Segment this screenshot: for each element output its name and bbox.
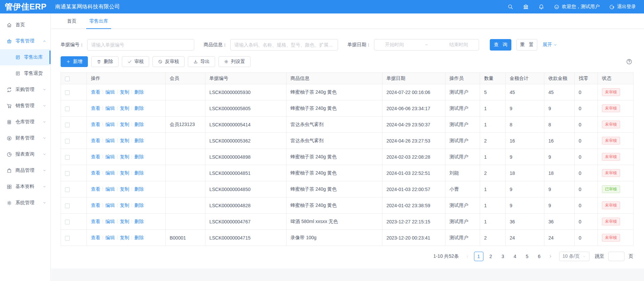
row-checkbox[interactable] <box>65 171 70 176</box>
search-button[interactable]: 查 询 <box>490 39 511 51</box>
tab-retail-outbound[interactable]: 零售出库 <box>83 13 114 29</box>
next-page-button[interactable] <box>546 252 554 261</box>
action-copy-link[interactable]: 复制 <box>120 138 129 143</box>
action-copy-link[interactable]: 复制 <box>120 105 129 111</box>
bill-no-input[interactable] <box>87 39 194 51</box>
page-number-4[interactable]: 4 <box>510 252 520 261</box>
row-checkbox[interactable] <box>65 220 70 224</box>
add-button[interactable]: 新增 <box>61 56 88 67</box>
reset-button[interactable]: 重 置 <box>516 39 537 51</box>
action-view-link[interactable]: 查看 <box>91 154 100 159</box>
action-copy-link[interactable]: 复制 <box>120 186 129 192</box>
action-copy-link[interactable]: 复制 <box>120 122 129 127</box>
sidebar-item-finance[interactable]: 财务管理 <box>0 130 50 146</box>
row-checkbox[interactable] <box>65 106 70 111</box>
expand-link[interactable]: 展开 <box>543 42 557 48</box>
cell-checkbox <box>61 230 87 246</box>
page-number-6[interactable]: 6 <box>535 252 544 261</box>
bell-icon[interactable] <box>538 4 544 10</box>
sidebar-item-basic[interactable]: 基本资料 <box>0 179 50 195</box>
action-delete-link[interactable]: 删除 <box>134 105 144 111</box>
action-edit-link[interactable]: 编辑 <box>105 219 115 224</box>
action-edit-link[interactable]: 编辑 <box>105 186 115 192</box>
page-size-select[interactable]: 10 条/页 <box>559 252 589 261</box>
row-checkbox[interactable] <box>65 139 70 144</box>
delete-button[interactable]: 删除 <box>91 56 118 67</box>
action-edit-link[interactable]: 编辑 <box>105 154 115 159</box>
sidebar-item-retail[interactable]: 零售管理 <box>0 33 50 49</box>
search-icon[interactable] <box>507 4 513 10</box>
sidebar-item-purchase[interactable]: 采购管理 <box>0 82 50 98</box>
action-edit-link[interactable]: 编辑 <box>105 138 115 143</box>
action-view-link[interactable]: 查看 <box>91 202 100 208</box>
cell-change: 0 <box>575 149 598 165</box>
action-edit-link[interactable]: 编辑 <box>105 235 115 240</box>
logout-button[interactable]: 退出登录 <box>609 4 636 10</box>
action-edit-link[interactable]: 编辑 <box>105 170 115 176</box>
row-checkbox[interactable] <box>65 204 70 208</box>
select-all-checkbox[interactable] <box>65 76 70 81</box>
action-delete-link[interactable]: 删除 <box>134 138 144 143</box>
sidebar-item-sales[interactable]: 销售管理 <box>0 98 50 114</box>
action-edit-link[interactable]: 编辑 <box>105 122 115 127</box>
help-icon[interactable] <box>626 58 633 65</box>
page-number-2[interactable]: 2 <box>486 252 496 261</box>
row-checkbox[interactable] <box>65 123 70 127</box>
row-checkbox[interactable] <box>65 187 70 192</box>
unaudit-button[interactable]: 反审核 <box>152 56 184 67</box>
action-copy-link[interactable]: 复制 <box>120 235 129 240</box>
cell-qty: 1 <box>480 181 506 197</box>
action-view-link[interactable]: 查看 <box>91 122 100 127</box>
action-delete-link[interactable]: 删除 <box>134 202 144 208</box>
action-view-link[interactable]: 查看 <box>91 186 100 192</box>
welcome-user[interactable]: 欢迎您，测试用户 <box>554 4 600 10</box>
export-button[interactable]: 导出 <box>188 56 215 67</box>
action-copy-link[interactable]: 复制 <box>120 154 129 159</box>
action-view-link[interactable]: 查看 <box>91 105 100 111</box>
sidebar-item-report[interactable]: 报表查询 <box>0 146 50 162</box>
action-copy-link[interactable]: 复制 <box>120 202 129 208</box>
action-copy-link[interactable]: 复制 <box>120 89 129 95</box>
action-view-link[interactable]: 查看 <box>91 219 100 224</box>
action-delete-link[interactable]: 删除 <box>134 235 144 240</box>
row-checkbox[interactable] <box>65 155 70 160</box>
action-edit-link[interactable]: 编辑 <box>105 105 115 111</box>
sidebar-item-warehouse[interactable]: 仓库管理 <box>0 114 50 130</box>
action-copy-link[interactable]: 复制 <box>120 170 129 176</box>
action-delete-link[interactable]: 删除 <box>134 186 144 192</box>
action-delete-link[interactable]: 删除 <box>134 89 144 95</box>
page-number-5[interactable]: 5 <box>522 252 532 261</box>
column-settings-button[interactable]: 列设置 <box>218 56 250 67</box>
action-view-link[interactable]: 查看 <box>91 89 100 95</box>
page-number-1[interactable]: 1 <box>474 252 483 261</box>
tab-home[interactable]: 首页 <box>61 13 83 29</box>
action-view-link[interactable]: 查看 <box>91 138 100 143</box>
sidebar-item-system[interactable]: 系统管理 <box>0 195 50 211</box>
prev-page-button[interactable] <box>464 252 472 261</box>
bank-icon[interactable] <box>523 4 529 10</box>
row-checkbox[interactable] <box>65 90 70 95</box>
action-delete-link[interactable]: 删除 <box>134 122 144 127</box>
action-copy-link[interactable]: 复制 <box>120 219 129 224</box>
column-header: 找零 <box>575 73 598 84</box>
action-delete-link[interactable]: 删除 <box>134 219 144 224</box>
jump-to-input[interactable] <box>608 252 624 261</box>
audit-button[interactable]: 审核 <box>122 56 149 67</box>
column-header: 金额合计 <box>506 73 544 84</box>
goods-input[interactable] <box>230 39 338 51</box>
sidebar-item-retail-return[interactable]: 零售退货 <box>0 65 50 82</box>
page-number-3[interactable]: 3 <box>498 252 508 261</box>
cell-actions: 查看编辑复制删除 <box>87 84 166 100</box>
sidebar-item-home[interactable]: 首页 <box>0 17 50 33</box>
sidebar-item-goods[interactable]: 商品管理 <box>0 162 50 179</box>
action-edit-link[interactable]: 编辑 <box>105 89 115 95</box>
action-delete-link[interactable]: 删除 <box>134 170 144 176</box>
row-checkbox[interactable] <box>65 236 70 241</box>
action-edit-link[interactable]: 编辑 <box>105 202 115 208</box>
chevron-down-icon <box>42 152 46 156</box>
action-delete-link[interactable]: 删除 <box>134 154 144 159</box>
action-view-link[interactable]: 查看 <box>91 170 100 176</box>
action-view-link[interactable]: 查看 <box>91 235 100 240</box>
sidebar-item-retail-outbound[interactable]: 零售出库 <box>0 49 50 65</box>
date-range-input[interactable]: 开始时间 ~ 结束时间 <box>374 39 479 51</box>
